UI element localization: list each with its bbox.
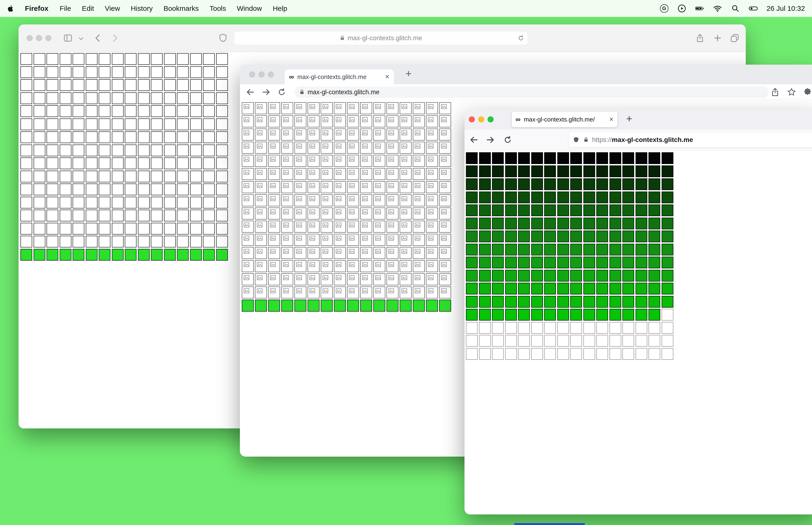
close-window-button[interactable] xyxy=(469,116,475,122)
back-icon[interactable] xyxy=(93,33,103,43)
close-window-button[interactable] xyxy=(249,72,255,77)
broken-image-icon xyxy=(270,130,276,136)
grid-cell xyxy=(164,92,176,104)
safari-url-field[interactable]: max-gl-contexts.glitch.me xyxy=(234,31,528,45)
apple-menu-icon[interactable] xyxy=(7,4,15,13)
grid-cell xyxy=(648,205,660,216)
grid-cell xyxy=(635,335,647,347)
broken-image-icon xyxy=(388,236,394,241)
menu-item-window[interactable]: Window xyxy=(237,4,262,13)
grid-cell xyxy=(596,165,608,177)
grid-cell xyxy=(99,223,110,235)
menubar-clock[interactable]: 26 Jul 10:32 xyxy=(767,4,805,13)
chevron-down-icon[interactable] xyxy=(78,35,85,42)
broken-image-icon xyxy=(296,196,302,201)
grid-cell xyxy=(138,210,150,221)
broken-image-icon xyxy=(441,222,447,228)
grid-cell xyxy=(47,249,58,260)
share-icon[interactable] xyxy=(695,33,705,43)
grid-cell xyxy=(623,217,634,229)
tab-close-icon[interactable]: ✕ xyxy=(609,116,614,123)
back-icon[interactable] xyxy=(246,87,255,97)
grid-cell xyxy=(583,283,595,295)
grid-cell xyxy=(347,247,359,259)
lock-icon[interactable] xyxy=(583,137,589,142)
grid-cell xyxy=(203,249,215,260)
grid-cell xyxy=(557,309,569,320)
broken-image-icon xyxy=(349,117,355,123)
reload-icon[interactable] xyxy=(277,87,287,97)
broken-image-icon xyxy=(375,156,381,162)
minimize-window-button[interactable] xyxy=(258,72,264,77)
menu-item-file[interactable]: File xyxy=(60,4,71,13)
minimize-window-button[interactable] xyxy=(478,116,484,122)
battery-charging-icon[interactable] xyxy=(695,4,704,13)
broken-image-icon xyxy=(243,170,249,175)
menu-item-view[interactable]: View xyxy=(105,4,120,13)
zoom-window-button[interactable] xyxy=(488,116,494,122)
new-tab-button[interactable]: + xyxy=(405,69,412,79)
menu-item-edit[interactable]: Edit xyxy=(82,4,94,13)
grid-cell xyxy=(203,92,215,104)
grid-cell xyxy=(400,286,412,298)
wifi-icon[interactable] xyxy=(713,4,722,13)
close-window-button[interactable] xyxy=(27,35,33,41)
grid-cell xyxy=(583,230,595,242)
play-circle-icon[interactable] xyxy=(677,4,686,13)
spotlight-search-icon[interactable] xyxy=(731,4,740,13)
firefox-active-tab[interactable]: ∞ max-gl-contexts.glitch.me/ ✕ xyxy=(512,111,617,127)
tab-overview-icon[interactable] xyxy=(730,33,739,43)
menu-item-bookmarks[interactable]: Bookmarks xyxy=(164,4,199,13)
control-center-icon[interactable] xyxy=(749,4,758,13)
grid-cell xyxy=(34,158,45,169)
forward-icon[interactable] xyxy=(486,135,495,145)
new-tab-plus-icon[interactable] xyxy=(713,33,722,43)
grid-cell xyxy=(518,205,530,216)
grid-cell xyxy=(294,142,306,154)
grid-cell xyxy=(439,115,451,127)
back-icon[interactable] xyxy=(469,135,479,145)
grid-cell xyxy=(635,152,647,164)
grid-cell xyxy=(373,142,385,154)
chrome-url-field[interactable]: max-gl-contexts.glitch.me xyxy=(294,87,768,98)
privacy-shield-icon[interactable] xyxy=(218,33,228,43)
grid-cell xyxy=(268,260,280,272)
new-tab-button[interactable]: + xyxy=(626,114,632,124)
tracking-protection-shield-icon[interactable] xyxy=(573,137,579,143)
grid-cell xyxy=(60,170,72,182)
grid-cell xyxy=(479,335,491,347)
menubar-app-name[interactable]: Firefox xyxy=(25,4,48,13)
sidebar-icon[interactable] xyxy=(63,33,73,43)
broken-image-icon xyxy=(375,236,381,241)
grid-cell xyxy=(583,296,595,308)
grid-cell xyxy=(73,92,85,104)
g-circle-icon[interactable]: G xyxy=(660,4,669,13)
tab-close-icon[interactable]: ✕ xyxy=(385,74,389,80)
grid-cell xyxy=(426,142,438,154)
forward-icon[interactable] xyxy=(261,87,271,97)
share-icon[interactable] xyxy=(770,87,780,97)
firefox-url-field[interactable]: https://max-gl-contexts.glitch.me xyxy=(569,132,812,147)
grid-cell xyxy=(177,249,189,260)
grid-cell xyxy=(47,223,58,235)
menu-item-history[interactable]: History xyxy=(131,4,153,13)
broken-image-icon xyxy=(257,249,263,254)
zoom-window-button[interactable] xyxy=(268,72,274,77)
chrome-active-tab[interactable]: ∞ max-gl-contexts.glitch.me ✕ xyxy=(285,69,394,84)
broken-image-icon xyxy=(243,262,249,267)
reload-icon[interactable] xyxy=(503,135,512,145)
broken-image-icon xyxy=(322,130,328,136)
menu-item-help[interactable]: Help xyxy=(273,4,287,13)
zoom-window-button[interactable] xyxy=(45,35,51,41)
menu-item-tools[interactable]: Tools xyxy=(210,4,226,13)
grid-cell xyxy=(138,105,150,117)
grid-cell xyxy=(60,210,72,221)
extensions-puzzle-icon[interactable] xyxy=(803,87,812,97)
bookmark-star-icon[interactable] xyxy=(787,87,796,97)
reload-icon[interactable] xyxy=(517,34,524,42)
forward-icon[interactable] xyxy=(110,33,120,43)
minimize-window-button[interactable] xyxy=(36,35,42,41)
grid-cell xyxy=(623,322,634,334)
grid-cell xyxy=(439,234,451,246)
grid-cell xyxy=(216,223,228,235)
